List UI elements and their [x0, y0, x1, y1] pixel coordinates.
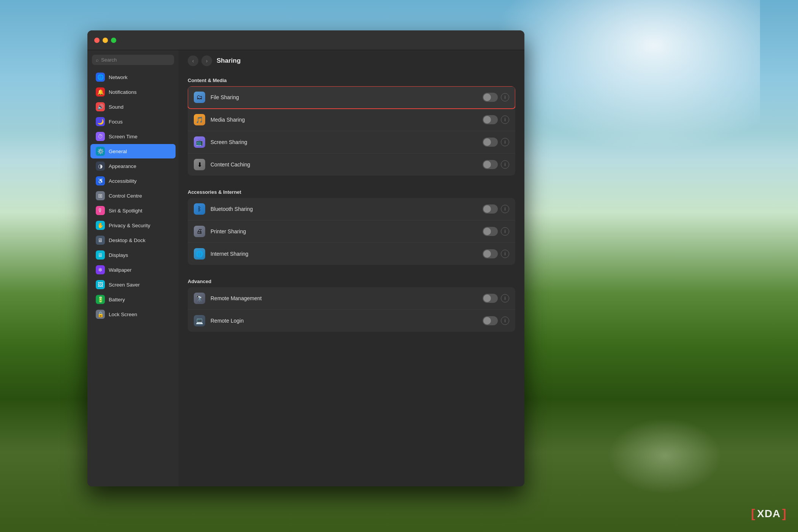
sidebar-icon-notifications: 🔔 — [96, 87, 105, 97]
xda-watermark: [ XDA ] — [751, 507, 787, 521]
xda-bracket-right: ] — [782, 507, 787, 521]
info-button-printer-sharing[interactable]: i — [501, 227, 509, 236]
nav-bar: ‹ › Sharing — [179, 50, 524, 71]
sidebar-item-lock-screen[interactable]: 🔒Lock Screen — [90, 307, 176, 321]
row-controls-media-sharing: i — [483, 115, 509, 124]
sidebar-label-network: Network — [109, 74, 128, 80]
sidebar-item-appearance[interactable]: ◑Appearance — [90, 159, 176, 173]
toggle-internet-sharing[interactable] — [483, 249, 498, 258]
toggle-content-caching[interactable] — [483, 160, 498, 169]
sidebar-item-desktop-dock[interactable]: 🖥Desktop & Dock — [90, 233, 176, 247]
row-label-content-caching: Content Caching — [211, 162, 477, 168]
settings-row-remote-login[interactable]: 💻Remote Logini — [188, 310, 515, 332]
sidebar-item-notifications[interactable]: 🔔Notifications — [90, 85, 176, 99]
info-button-screen-sharing[interactable]: i — [501, 138, 509, 146]
row-controls-remote-login: i — [483, 316, 509, 325]
content-scroll[interactable]: Content & Media🗂File Sharingi🎵Media Shar… — [179, 71, 524, 486]
sidebar-icon-displays: 🖥 — [96, 250, 105, 260]
window-body: ⌕ Search 🌐Network🔔Notifications🔊Sound🌙Fo… — [87, 50, 524, 486]
row-icon-remote-management: 🔭 — [194, 293, 205, 304]
row-icon-internet-sharing: 🌐 — [194, 248, 205, 260]
settings-row-internet-sharing[interactable]: 🌐Internet Sharingi — [188, 243, 515, 265]
sidebar-icon-desktop-dock: 🖥 — [96, 236, 105, 245]
sidebar-label-general: General — [109, 149, 127, 154]
info-button-remote-login[interactable]: i — [501, 317, 509, 325]
settings-row-content-caching[interactable]: ⬇Content Cachingi — [188, 154, 515, 176]
toggle-screen-sharing[interactable] — [483, 138, 498, 147]
sidebar-item-privacy-security[interactable]: ✋Privacy & Security — [90, 218, 176, 233]
sidebar-item-wallpaper[interactable]: ❄Wallpaper — [90, 263, 176, 277]
row-label-media-sharing: Media Sharing — [211, 117, 477, 123]
toggle-media-sharing[interactable] — [483, 115, 498, 124]
row-label-file-sharing: File Sharing — [211, 94, 477, 100]
maximize-button[interactable] — [111, 38, 116, 43]
sidebar-nav: 🌐Network🔔Notifications🔊Sound🌙Focus⏱Scree… — [87, 70, 179, 322]
settings-row-media-sharing[interactable]: 🎵Media Sharingi — [188, 109, 515, 131]
xda-bracket-left: [ — [751, 507, 756, 521]
row-controls-file-sharing: i — [483, 93, 509, 102]
sidebar-icon-lock-screen: 🔒 — [96, 310, 105, 319]
row-icon-media-sharing: 🎵 — [194, 114, 205, 125]
close-button[interactable] — [94, 38, 100, 43]
content-sections: Content & Media🗂File Sharingi🎵Media Shar… — [188, 71, 515, 332]
row-controls-bluetooth-sharing: i — [483, 204, 509, 214]
sidebar-item-screen-time[interactable]: ⏱Screen Time — [90, 129, 176, 144]
sidebar-item-accessibility[interactable]: ♿Accessibility — [90, 174, 176, 188]
row-label-remote-management: Remote Management — [211, 295, 477, 301]
row-icon-content-caching: ⬇ — [194, 159, 205, 170]
settings-group-content-media: 🗂File Sharingi🎵Media Sharingi📺Screen Sha… — [188, 86, 515, 176]
row-controls-internet-sharing: i — [483, 249, 509, 258]
sidebar-label-desktop-dock: Desktop & Dock — [109, 238, 146, 243]
toggle-printer-sharing[interactable] — [483, 227, 498, 236]
page-title: Sharing — [217, 57, 241, 65]
sidebar-label-wallpaper: Wallpaper — [109, 267, 131, 273]
sidebar-item-battery[interactable]: 🔋Battery — [90, 292, 176, 307]
settings-row-bluetooth-sharing[interactable]: ᛒBluetooth Sharingi — [188, 198, 515, 220]
info-button-remote-management[interactable]: i — [501, 294, 509, 302]
sidebar-item-general[interactable]: ⚙️General — [90, 144, 176, 158]
sidebar-icon-siri-spotlight: 🎙 — [96, 206, 105, 215]
sidebar-label-appearance: Appearance — [109, 163, 136, 169]
sidebar-icon-control-centre: ⊞ — [96, 191, 105, 200]
toggle-remote-management[interactable] — [483, 294, 498, 303]
sidebar-label-siri-spotlight: Siri & Spotlight — [109, 208, 142, 214]
settings-row-remote-management[interactable]: 🔭Remote Managementi — [188, 287, 515, 310]
sidebar-label-notifications: Notifications — [109, 89, 137, 95]
info-button-bluetooth-sharing[interactable]: i — [501, 205, 509, 213]
sidebar-item-displays[interactable]: 🖥Displays — [90, 248, 176, 262]
sidebar-item-control-centre[interactable]: ⊞Control Centre — [90, 188, 176, 203]
info-button-media-sharing[interactable]: i — [501, 116, 509, 124]
settings-row-file-sharing[interactable]: 🗂File Sharingi — [188, 86, 515, 109]
sidebar-icon-general: ⚙️ — [96, 147, 105, 156]
sidebar-item-sound[interactable]: 🔊Sound — [90, 100, 176, 114]
row-icon-printer-sharing: 🖨 — [194, 226, 205, 237]
minimize-button[interactable] — [103, 38, 108, 43]
sidebar-item-network[interactable]: 🌐Network — [90, 70, 176, 84]
sidebar-label-sound: Sound — [109, 104, 124, 110]
search-box[interactable]: ⌕ Search — [92, 55, 174, 65]
sidebar-item-focus[interactable]: 🌙Focus — [90, 114, 176, 129]
sidebar-icon-screen-saver: 🖼 — [96, 280, 105, 289]
settings-row-screen-sharing[interactable]: 📺Screen Sharingi — [188, 131, 515, 154]
sidebar-label-screen-time: Screen Time — [109, 134, 138, 139]
main-content: ‹ › Sharing Content & Media🗂File Sharing… — [179, 50, 524, 486]
sidebar-icon-accessibility: ♿ — [96, 176, 105, 185]
info-button-content-caching[interactable]: i — [501, 160, 509, 169]
back-button[interactable]: ‹ — [188, 55, 198, 66]
toggle-file-sharing[interactable] — [483, 93, 498, 102]
settings-row-printer-sharing[interactable]: 🖨Printer Sharingi — [188, 220, 515, 243]
toggle-remote-login[interactable] — [483, 316, 498, 325]
row-label-bluetooth-sharing: Bluetooth Sharing — [211, 206, 477, 212]
sidebar-label-battery: Battery — [109, 297, 125, 302]
traffic-lights — [94, 38, 116, 43]
search-container: ⌕ Search — [87, 55, 179, 70]
info-button-file-sharing[interactable]: i — [501, 93, 509, 101]
titlebar — [87, 30, 524, 50]
sidebar-item-screen-saver[interactable]: 🖼Screen Saver — [90, 277, 176, 292]
toggle-bluetooth-sharing[interactable] — [483, 204, 498, 214]
sidebar-icon-battery: 🔋 — [96, 295, 105, 304]
settings-window: ⌕ Search 🌐Network🔔Notifications🔊Sound🌙Fo… — [87, 30, 524, 486]
info-button-internet-sharing[interactable]: i — [501, 250, 509, 258]
sidebar-item-siri-spotlight[interactable]: 🎙Siri & Spotlight — [90, 203, 176, 218]
forward-button[interactable]: › — [201, 55, 212, 66]
